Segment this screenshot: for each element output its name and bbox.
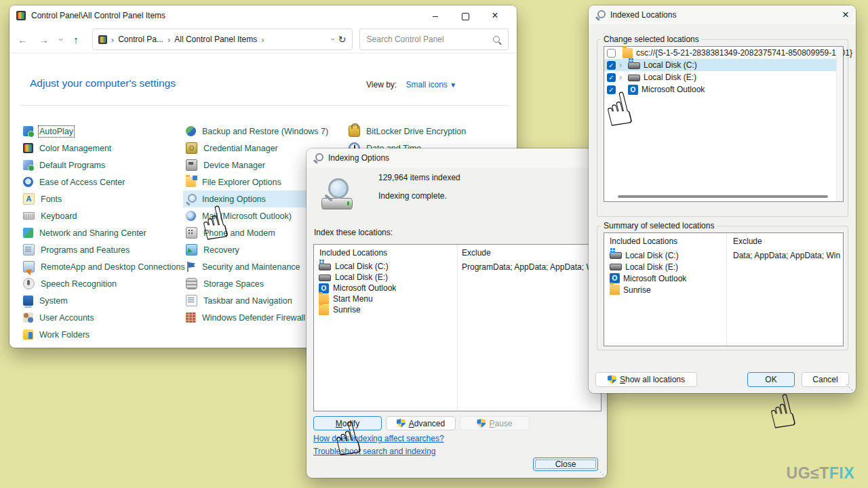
control-panel-app-icon [16,11,26,20]
maximize-button[interactable] [450,5,480,26]
credential-icon [186,142,197,154]
desktop: Control Panel\All Control Panel Items – … [0,0,868,488]
cp-item-label: User Accounts [39,313,94,323]
address-dropdown-icon[interactable]: › [328,38,338,41]
included-location-item[interactable]: Start Menu [315,293,454,304]
expand-chevron-icon[interactable]: › [619,62,625,68]
view-by-dropdown-icon[interactable]: ▼ [450,81,456,89]
location-label: Start Menu [333,294,373,304]
refresh-icon[interactable]: ↻ [338,34,347,45]
summary-row[interactable]: Sunrise [607,284,689,296]
remoteapp-icon [23,261,35,272]
location-checkbox[interactable]: ✓ [607,73,616,82]
forward-icon[interactable]: → [39,34,49,45]
indexed-locations-titlebar[interactable]: Indexed Locations × [589,5,856,24]
close-button[interactable]: × [480,5,510,26]
summary-row[interactable]: Microsoft Outlook [607,272,689,284]
location-row[interactable]: csc://{S-1-5-21-2838381349-2082375741-85… [604,47,843,59]
back-icon[interactable]: ← [18,34,28,45]
locations-tree[interactable]: csc://{S-1-5-21-2838381349-2082375741-85… [604,46,844,202]
view-by-value[interactable]: Small icons [406,80,447,89]
outlook-icon [610,273,620,283]
summary-row[interactable]: Local Disk (E:) [607,261,689,272]
cp-item-ease-of-access-center[interactable]: Ease of Access Center [20,174,178,190]
cp-item-label: Color Management [39,144,111,153]
summary-label: Local Disk (C:) [625,251,679,260]
indexing-status-icon [320,178,357,211]
cp-item-system[interactable]: System [20,292,178,309]
recent-pages-chevron-icon[interactable]: › [56,38,66,41]
indexing-status-text: Indexing complete. [378,191,447,201]
included-location-item[interactable]: Sunrise [315,304,454,315]
control-panel-titlebar[interactable]: Control Panel\All Control Panel Items – … [9,5,517,26]
vertical-scrollbar[interactable] [836,47,843,201]
hand-cursor-icon: ☝ [764,388,801,438]
cancel-button[interactable]: Cancel [802,372,849,387]
phone-icon [186,227,197,239]
included-location-item[interactable]: Microsoft Outlook [315,283,454,293]
included-location-item[interactable]: Local Disk (C:) [315,261,454,272]
speech-icon [23,278,35,289]
cp-item-label: Device Manager [203,161,265,170]
location-label: csc://{S-1-5-21-2838381349-2082375741-85… [636,48,852,58]
cp-item-backup-and-restore-windows-7[interactable]: Backup and Restore (Windows 7) [183,123,340,140]
cp-item-user-accounts[interactable]: User Accounts [20,309,178,326]
cp-item-label: Work Folders [39,330,90,340]
users-icon [23,312,33,323]
fileexp-icon [186,177,196,187]
location-checkbox[interactable] [607,49,616,58]
advanced-button[interactable]: Advanced [386,416,456,430]
cp-item-label: File Explorer Options [202,178,281,187]
cp-item-fonts[interactable]: Fonts [20,190,178,207]
horizontal-scrollbar[interactable] [618,195,828,198]
location-checkbox[interactable]: ✓ [607,61,616,70]
view-by-label: View by: [366,80,397,89]
folder-icon [610,285,620,295]
location-row[interactable]: ✓Microsoft Outlook [604,83,843,96]
included-location-item[interactable]: Local Disk (E:) [315,272,454,283]
cp-item-speech-recognition[interactable]: Speech Recognition [20,275,178,292]
bitlocker-icon [349,125,360,137]
expand-chevron-icon[interactable]: › [619,74,625,81]
divider [20,105,507,106]
breadcrumb-control-panel[interactable]: Control Pa... [118,35,163,44]
cp-item-network-and-sharing-center[interactable]: Network and Sharing Center [20,224,178,241]
cp-item-remoteapp-and-desktop-connections[interactable]: RemoteApp and Desktop Connections [20,258,178,275]
indexing-options-titlebar[interactable]: Indexing Options [307,148,607,167]
cp-item-label: Ease of Access Center [39,178,125,187]
resize-grip-icon[interactable]: ⋱ [597,468,604,476]
close-icon[interactable]: × [829,8,849,22]
up-icon[interactable]: ↑ [73,34,79,45]
breadcrumb-chevron-icon: › [261,35,264,45]
summary-row[interactable]: Local Disk (C:) [607,249,689,261]
pause-button[interactable]: Pause [460,416,530,430]
cp-item-autoplay[interactable]: AutoPlay [20,123,178,140]
navigation-toolbar: ← → › ↑ › Control Pa... › All Control Pa… [9,26,517,54]
minimize-button[interactable]: – [420,5,450,26]
cp-item-color-management[interactable]: Color Management [20,140,178,157]
cp-item-work-folders[interactable]: Work Folders [20,326,178,343]
troubleshoot-link[interactable]: Troubleshoot search and indexing [313,447,435,456]
location-label: Sunrise [333,305,361,314]
cp-item-default-programs[interactable]: Default Programs [20,157,178,174]
summary-list[interactable]: Included Locations Exclude Local Disk (C… [604,232,844,346]
cp-item-programs-and-features[interactable]: Programs and Features [20,241,178,258]
close-dialog-button[interactable]: Close [533,458,598,471]
indexed-locations-list[interactable]: Included Locations Exclude Local Disk (C… [313,244,601,411]
colmgmt-icon [23,143,33,153]
maximize-icon [462,13,469,20]
included-locations-header: Included Locations [319,248,387,258]
uac-shield-icon [397,419,406,428]
show-all-locations-button[interactable]: Show all locations [595,372,697,387]
search-input[interactable]: Search Control Panel [359,28,509,50]
resize-grip-icon[interactable]: ⋱ [846,383,853,392]
breadcrumb-all-items[interactable]: All Control Panel Items [174,35,257,44]
cp-item-bitlocker-drive-encryption[interactable]: BitLocker Drive Encryption [346,123,506,140]
search-placeholder: Search Control Panel [367,35,493,44]
location-row[interactable]: ✓›Local Disk (E:) [604,71,843,83]
location-row[interactable]: ✓›Local Disk (C:) [604,59,843,71]
drive-icon [319,274,331,281]
drive-win-icon [319,264,331,270]
address-bar[interactable]: › Control Pa... › All Control Panel Item… [92,28,353,50]
cp-item-keyboard[interactable]: Keyboard [20,207,178,224]
